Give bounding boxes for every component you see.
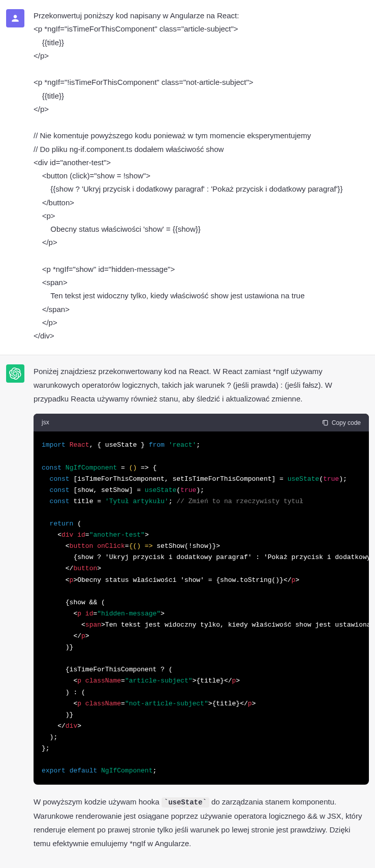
outro-before: W powyższym kodzie używam hooka <box>34 797 162 806</box>
clipboard-icon <box>322 419 329 426</box>
user-content: Przekonwertuj poniższy kod napisany w An… <box>34 9 369 343</box>
user-text: Przekonwertuj poniższy kod napisany w An… <box>34 9 369 343</box>
code-block: jsx Copy code import React, { useState }… <box>34 414 369 785</box>
assistant-content: Poniżej znajdziesz przekonwertowany kod … <box>34 364 369 858</box>
person-icon <box>10 13 20 23</box>
code-body[interactable]: import React, { useState } from 'react';… <box>34 431 369 785</box>
copy-code-button[interactable]: Copy code <box>322 419 361 426</box>
assistant-avatar <box>6 364 24 383</box>
user-message: Przekonwertuj poniższy kod napisany w An… <box>0 0 375 355</box>
assistant-outro: W powyższym kodzie używam hooka `useStat… <box>34 795 369 850</box>
inline-code-usestate: `useState` <box>162 797 209 808</box>
openai-icon <box>9 367 21 380</box>
user-avatar <box>6 9 24 27</box>
assistant-message: Poniżej znajdziesz przekonwertowany kod … <box>0 355 375 868</box>
code-language-label: jsx <box>42 418 49 427</box>
assistant-intro: Poniżej znajdziesz przekonwertowany kod … <box>34 364 369 406</box>
svg-rect-0 <box>324 420 327 425</box>
code-content: import React, { useState } from 'react';… <box>42 440 361 777</box>
code-header: jsx Copy code <box>34 414 369 431</box>
copy-code-label: Copy code <box>332 419 361 426</box>
